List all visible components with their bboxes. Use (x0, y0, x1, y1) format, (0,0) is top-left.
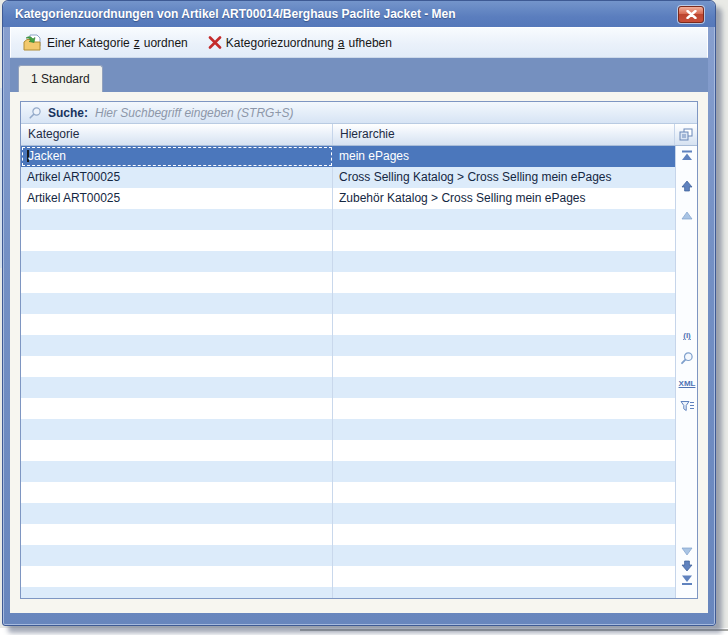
background-line (300, 629, 728, 631)
cell-hierarchie[interactable] (333, 272, 675, 293)
cell-hierarchie[interactable] (333, 461, 675, 482)
window-title: Kategorienzuordnungen von Artikel ART000… (15, 7, 456, 21)
table-row[interactable] (21, 566, 675, 587)
table-row[interactable] (21, 209, 675, 230)
cell-kategorie[interactable] (21, 230, 333, 251)
table-row[interactable] (21, 524, 675, 545)
table-row[interactable] (21, 419, 675, 440)
scroll-to-last-button[interactable] (676, 573, 697, 588)
dialog-window: Kategorienzuordnungen von Artikel ART000… (2, 0, 716, 626)
auto-width-button[interactable]: (I) (676, 328, 697, 343)
cell-kategorie[interactable] (21, 440, 333, 461)
table-row[interactable] (21, 503, 675, 524)
cell-kategorie[interactable] (21, 209, 333, 230)
cell-hierarchie[interactable] (333, 314, 675, 335)
cell-kategorie[interactable]: Jacken (21, 146, 333, 167)
cell-text: Artikel ART00025 (27, 191, 120, 205)
remove-x-icon (208, 36, 222, 49)
cell-kategorie[interactable] (21, 566, 333, 587)
cell-hierarchie[interactable]: Zubehör Katalog > Cross Selling mein ePa… (333, 188, 675, 209)
cell-hierarchie[interactable] (333, 482, 675, 503)
cell-kategorie[interactable] (21, 461, 333, 482)
search-bar[interactable]: Suche: Hier Suchbegriff eingeben (STRG+S… (21, 102, 697, 124)
cell-hierarchie[interactable] (333, 209, 675, 230)
cell-kategorie[interactable] (21, 398, 333, 419)
category-grid: Suche: Hier Suchbegriff eingeben (STRG+S… (20, 101, 698, 599)
titlebar[interactable]: Kategorienzuordnungen von Artikel ART000… (3, 1, 715, 27)
scroll-to-first-icon (681, 150, 693, 161)
cell-hierarchie[interactable] (333, 335, 675, 356)
table-row[interactable] (21, 335, 675, 356)
cell-hierarchie[interactable] (333, 356, 675, 377)
cell-hierarchie[interactable] (333, 503, 675, 524)
zoom-button[interactable] (676, 350, 697, 365)
cell-hierarchie[interactable] (333, 293, 675, 314)
cell-kategorie[interactable] (21, 314, 333, 335)
assign-label-pre: Einer Kategorie (47, 36, 130, 50)
cell-kategorie[interactable] (21, 293, 333, 314)
scroll-down-page-button[interactable] (676, 544, 697, 559)
filter-button[interactable] (676, 398, 697, 413)
assign-category-button[interactable]: Einer Kategorie zuordnen (18, 32, 193, 54)
column-header-kategorie[interactable]: Kategorie (21, 124, 333, 145)
table-row[interactable] (21, 356, 675, 377)
table-row[interactable]: Artikel ART00025 Zubehör Katalog > Cross… (21, 188, 675, 209)
table-row[interactable] (21, 482, 675, 503)
toolbar: Einer Kategorie zuordnen Kategoriezuordn… (10, 27, 708, 58)
cell-hierarchie[interactable] (333, 419, 675, 440)
table-row[interactable]: Artikel ART00025 Cross Selling Katalog >… (21, 167, 675, 188)
column-header-hierarchie[interactable]: Hierarchie (333, 124, 675, 145)
table-row[interactable]: Jacken mein ePages (21, 146, 675, 167)
table-row[interactable] (21, 377, 675, 398)
grid-body: Jacken mein ePages Artikel ART00025 Cros… (21, 146, 697, 598)
table-row[interactable] (21, 314, 675, 335)
cell-hierarchie[interactable] (333, 566, 675, 587)
table-row[interactable] (21, 251, 675, 272)
scroll-up-button[interactable] (676, 178, 697, 193)
table-row[interactable] (21, 461, 675, 482)
cell-hierarchie[interactable] (333, 230, 675, 251)
cell-hierarchie[interactable] (333, 377, 675, 398)
cell-kategorie[interactable] (21, 545, 333, 566)
xml-export-button[interactable]: XML (676, 376, 697, 391)
cell-kategorie[interactable] (21, 419, 333, 440)
table-row[interactable] (21, 272, 675, 293)
cell-kategorie[interactable] (21, 377, 333, 398)
column-chooser-button[interactable] (675, 124, 697, 145)
table-row[interactable] (21, 230, 675, 251)
table-row[interactable] (21, 398, 675, 419)
cell-kategorie[interactable] (21, 524, 333, 545)
search-label: Suche: (48, 106, 88, 120)
remove-label-pre: Kategoriezuordnung (226, 36, 334, 50)
table-row[interactable] (21, 293, 675, 314)
cell-kategorie[interactable] (21, 272, 333, 293)
dialog-client-area: Einer Kategorie zuordnen Kategoriezuordn… (10, 27, 708, 613)
cell-kategorie[interactable] (21, 587, 333, 598)
cell-hierarchie[interactable] (333, 251, 675, 272)
cell-hierarchie[interactable] (333, 398, 675, 419)
cell-kategorie[interactable]: Artikel ART00025 (21, 188, 333, 209)
cell-hierarchie[interactable]: Cross Selling Katalog > Cross Selling me… (333, 167, 675, 188)
cell-kategorie[interactable] (21, 503, 333, 524)
remove-assignment-button[interactable]: Kategoriezuordnung aufheben (203, 34, 397, 52)
assign-label-mnemonic: z (134, 36, 140, 50)
table-row[interactable] (21, 587, 675, 598)
scroll-to-first-button[interactable] (676, 148, 697, 163)
cell-hierarchie[interactable] (333, 524, 675, 545)
cell-kategorie[interactable]: Artikel ART00025 (21, 167, 333, 188)
cell-kategorie[interactable] (21, 356, 333, 377)
close-button[interactable] (678, 6, 704, 23)
scroll-up-page-button[interactable] (676, 208, 697, 223)
table-row[interactable] (21, 440, 675, 461)
cell-kategorie[interactable] (21, 251, 333, 272)
cell-hierarchie[interactable] (333, 440, 675, 461)
cell-kategorie[interactable] (21, 335, 333, 356)
cell-kategorie[interactable] (21, 482, 333, 503)
cell-hierarchie[interactable]: mein ePages (333, 146, 675, 167)
cell-hierarchie[interactable] (333, 545, 675, 566)
remove-label-mnemonic: a (338, 36, 345, 50)
scroll-down-button[interactable] (676, 558, 697, 573)
cell-hierarchie[interactable] (333, 587, 675, 598)
table-row[interactable] (21, 545, 675, 566)
tab-standard[interactable]: 1 Standard (18, 65, 103, 92)
